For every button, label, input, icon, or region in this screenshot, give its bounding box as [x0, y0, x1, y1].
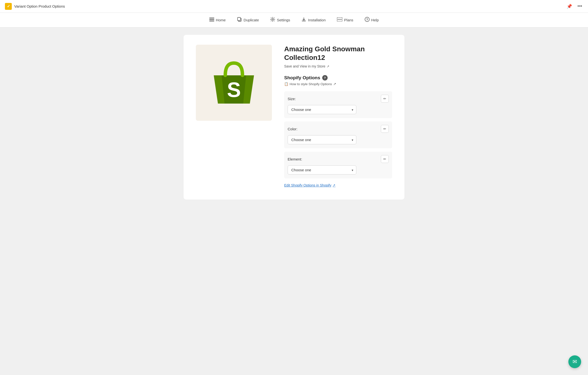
color-select-wrap: Choose one ▾: [288, 135, 356, 144]
svg-rect-2: [209, 21, 214, 21]
svg-rect-6: [302, 21, 306, 21]
element-label: Element:: [288, 157, 302, 161]
size-edit-button[interactable]: ✏: [381, 95, 389, 103]
pin-button[interactable]: 📌: [566, 3, 573, 10]
save-view-link[interactable]: Save and View in my Store ↗: [284, 64, 392, 68]
product-card: S Amazing Gold Snowman Collection12 Save…: [184, 35, 404, 200]
size-select[interactable]: Choose one: [288, 105, 356, 114]
nav-duplicate[interactable]: Duplicate: [233, 15, 264, 25]
color-edit-button[interactable]: ✏: [381, 125, 389, 133]
more-button[interactable]: •••: [576, 3, 583, 10]
duplicate-icon: [237, 17, 242, 23]
product-image-wrap: S: [196, 45, 272, 121]
external-link-icon-shopify: ↗: [333, 183, 335, 187]
product-details: Amazing Gold Snowman Collection12 Save a…: [284, 45, 392, 187]
app-icon-char: ✓: [7, 4, 10, 9]
element-edit-button[interactable]: ✏: [381, 155, 389, 163]
nav-help[interactable]: ? Help: [360, 15, 383, 25]
nav-duplicate-label: Duplicate: [244, 18, 259, 22]
shopify-options-title: Shopify Options ?: [284, 75, 392, 80]
app-icon: ✓: [5, 3, 12, 10]
svg-rect-4: [238, 17, 241, 21]
installation-icon: [301, 17, 306, 23]
home-icon: [209, 17, 214, 23]
svg-text:?: ?: [366, 18, 368, 21]
topbar: ✓ Variant Option Product Options 📌 •••: [0, 0, 588, 13]
book-icon: 📋: [284, 82, 288, 86]
main-content: S Amazing Gold Snowman Collection12 Save…: [0, 27, 588, 207]
nav-home[interactable]: Home: [205, 15, 230, 25]
svg-rect-1: [209, 19, 214, 20]
svg-rect-0: [209, 18, 214, 18]
color-select[interactable]: Choose one: [288, 135, 356, 144]
option-label-row-size: Size: ✏: [288, 95, 389, 103]
app-title: Variant Option Product Options: [14, 4, 65, 8]
external-link-icon-style: ↗: [333, 82, 336, 86]
external-link-icon: ↗: [327, 65, 329, 68]
navbar: Home Duplicate Settings Installation: [0, 13, 588, 27]
topbar-actions: 📌 •••: [566, 3, 583, 10]
option-groups: Size: ✏ Choose one ▾ Color: ✏: [284, 91, 392, 178]
chat-icon: ✉: [573, 359, 577, 365]
help-circle-icon[interactable]: ?: [322, 75, 328, 80]
chat-fab[interactable]: ✉: [568, 355, 581, 368]
color-label: Color:: [288, 127, 297, 131]
nav-installation-label: Installation: [308, 18, 326, 22]
nav-plans-label: Plans: [344, 18, 353, 22]
plans-icon: [337, 17, 342, 23]
option-group-color: Color: ✏ Choose one ▾: [284, 121, 392, 148]
svg-point-5: [272, 19, 273, 20]
nav-plans[interactable]: Plans: [333, 15, 358, 25]
element-select[interactable]: Choose one: [288, 165, 356, 174]
element-select-wrap: Choose one ▾: [288, 165, 356, 174]
product-title: Amazing Gold Snowman Collection12: [284, 45, 392, 62]
shopify-bag-icon: S: [207, 56, 261, 110]
option-group-element: Element: ✏ Choose one ▾: [284, 152, 392, 178]
edit-shopify-link[interactable]: Edit Shopify Options in Shopify ↗: [284, 183, 392, 187]
option-group-size: Size: ✏ Choose one ▾: [284, 91, 392, 118]
option-label-row-element: Element: ✏: [288, 155, 389, 163]
settings-icon: [270, 17, 275, 23]
help-icon: ?: [365, 17, 370, 23]
svg-rect-8: [337, 19, 342, 20]
nav-settings[interactable]: Settings: [266, 15, 294, 25]
option-label-row-color: Color: ✏: [288, 125, 389, 133]
style-options-link[interactable]: 📋 How to style Shopify Options ↗: [284, 82, 392, 86]
size-label: Size:: [288, 97, 296, 101]
nav-installation[interactable]: Installation: [297, 15, 330, 25]
nav-help-label: Help: [371, 18, 379, 22]
svg-text:S: S: [227, 78, 241, 101]
nav-home-label: Home: [216, 18, 226, 22]
size-select-wrap: Choose one ▾: [288, 105, 356, 114]
nav-settings-label: Settings: [277, 18, 290, 22]
